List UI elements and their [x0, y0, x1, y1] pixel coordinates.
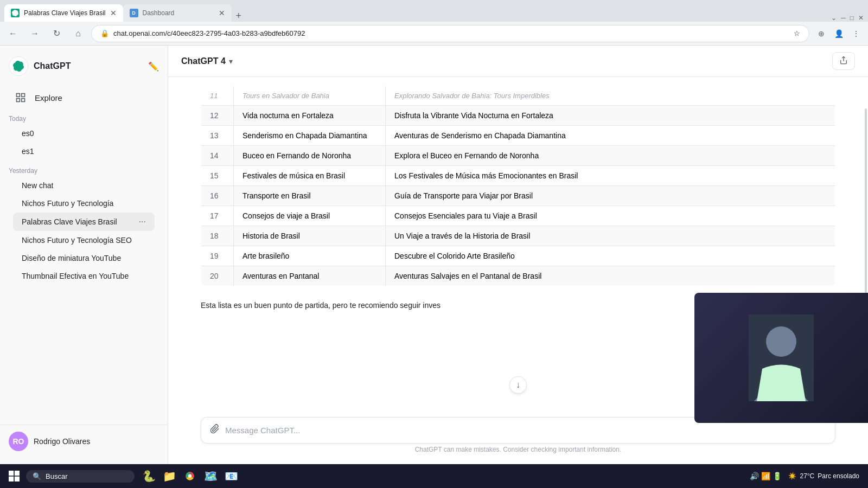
taskbar-icon-mail[interactable]: 📧	[221, 466, 241, 486]
profile-icon[interactable]: 👤	[831, 26, 846, 41]
cell-title-20: Aventuras Salvajes en el Pantanal de Bra…	[386, 266, 835, 286]
sidebar-item-miniatura[interactable]: Diseño de miniatura YouTube	[13, 249, 155, 267]
tab-dashboard-title: Dashboard	[143, 9, 214, 17]
edit-icon[interactable]: ✏️	[148, 61, 159, 72]
sys-icon-1: 🔊	[750, 472, 759, 480]
webcam-placeholder	[694, 293, 868, 423]
avatar-initials: RO	[13, 437, 24, 446]
sidebar-explore[interactable]: Explore	[4, 85, 163, 111]
message-content: Esta lista es un buen punto de partida, …	[201, 301, 441, 310]
taskbar-right: 🔊 📶 🔋 ☀️ 27°C Parc ensolado	[750, 470, 864, 482]
cell-num-17: 17	[201, 206, 234, 226]
tab-title: Palabras Clave Viajes Brasil	[24, 9, 106, 17]
share-button[interactable]	[832, 52, 855, 70]
reload-button[interactable]: ↻	[48, 25, 65, 42]
weather-widget: ☀️ 27°C Parc ensolado	[784, 470, 864, 482]
search-icon: 🔍	[33, 472, 41, 480]
weather-icon: ☀️	[788, 472, 796, 480]
cell-num-11: 11	[201, 86, 234, 106]
taskbar-icon-2[interactable]: 📁	[159, 466, 179, 486]
table-row-14: 14 Buceo en Fernando de Noronha Explora …	[201, 146, 835, 166]
back-button[interactable]: ←	[4, 25, 22, 42]
cell-title-12: Disfruta la Vibrante Vida Nocturna en Fo…	[386, 106, 835, 126]
svg-rect-2	[17, 99, 20, 102]
sidebar-item-new-chat[interactable]: New chat	[13, 177, 155, 194]
tab-bar: Palabras Clave Viajes Brasil ✕ D Dashboa…	[0, 0, 868, 22]
dashboard-favicon: D	[130, 9, 138, 17]
new-tab-button[interactable]: +	[232, 10, 246, 22]
table-row-17: 17 Consejos de viaje a Brasil Consejos E…	[201, 206, 835, 226]
scroll-down-button[interactable]: ↓	[509, 376, 527, 394]
chat-disclaimer: ChatGPT can make mistakes. Consider chec…	[201, 444, 835, 458]
tab-list-icon[interactable]: ⌄	[831, 14, 837, 22]
sidebar-item-es0[interactable]: es0	[13, 125, 155, 142]
cell-keyword-11: Tours en Salvador de Bahia	[234, 86, 386, 106]
windows-start-button[interactable]	[4, 466, 24, 486]
cell-title-18: Un Viaje a través de la Historia de Bras…	[386, 226, 835, 246]
sidebar-section-yesterday: Yesterday New chat Nichos Futuro y Tecno…	[0, 163, 168, 287]
sidebar-section-today: Today es0 es1	[0, 111, 168, 163]
home-button[interactable]: ⌂	[69, 25, 87, 42]
extensions-icon[interactable]: ⊕	[814, 26, 829, 41]
taskbar-icon-1[interactable]: 🐍	[139, 466, 158, 486]
menu-icon[interactable]: ⋮	[848, 26, 864, 41]
cell-num-14: 14	[201, 146, 234, 166]
taskbar-icon-chrome[interactable]	[180, 466, 200, 486]
keywords-table: 11 Tours en Salvador de Bahia Explorando…	[201, 86, 835, 286]
cell-title-13: Aventuras de Senderismo en Chapada Diama…	[386, 126, 835, 146]
taskbar-icon-maps[interactable]: 🗺️	[201, 466, 220, 486]
url-bar[interactable]: 🔒 chat.openai.com/c/40eec823-2795-4a03-b…	[91, 25, 809, 42]
tab-dashboard-close[interactable]: ✕	[219, 9, 225, 17]
model-selector[interactable]: ChatGPT 4 ▾	[181, 56, 233, 66]
model-name: ChatGPT 4	[181, 56, 226, 66]
item-options-icon[interactable]: ···	[139, 217, 146, 227]
table-row-18: 18 Historia de Brasil Un Viaje a través …	[201, 226, 835, 246]
sidebar-item-palabras-clave[interactable]: Palabras Clave Viajes Brasil ···	[13, 213, 155, 231]
attach-button[interactable]	[210, 424, 220, 436]
table-row-truncated: 11 Tours en Salvador de Bahia Explorando…	[201, 86, 835, 106]
table-row-19: 19 Arte brasileño Descubre el Colorido A…	[201, 246, 835, 266]
cell-keyword-13: Senderismo en Chapada Diamantina	[234, 126, 386, 146]
forward-button[interactable]: →	[26, 25, 43, 42]
sidebar-item-nichos-futuro[interactable]: Nichos Futuro y Tecnología	[13, 195, 155, 212]
svg-point-6	[766, 326, 796, 357]
cell-title-19: Descubre el Colorido Arte Brasileño	[386, 246, 835, 266]
taskbar-search[interactable]: 🔍 Buscar	[26, 470, 135, 483]
cell-num-18: 18	[201, 226, 234, 246]
cell-keyword-12: Vida nocturna en Fortaleza	[234, 106, 386, 126]
chatgpt-favicon	[11, 9, 20, 17]
cell-num-16: 16	[201, 186, 234, 206]
tab-dashboard[interactable]: D Dashboard ✕	[123, 4, 232, 22]
cell-num-13: 13	[201, 126, 234, 146]
explore-grid-icon	[13, 90, 28, 105]
table-row-16: 16 Transporte en Brasil Guía de Transpor…	[201, 186, 835, 206]
search-label: Buscar	[46, 472, 67, 480]
cell-keyword-14: Buceo en Fernando de Noronha	[234, 146, 386, 166]
sidebar-item-thumbnail[interactable]: Thumbnail Efectiva en YouTube	[13, 267, 155, 285]
sidebar-item-es1[interactable]: es1	[13, 143, 155, 160]
star-icon[interactable]: ☆	[794, 29, 800, 37]
system-tray: 🔊 📶 🔋	[750, 472, 782, 480]
sidebar-item-nichos-seo[interactable]: Nichos Futuro y Tecnología SEO	[13, 232, 155, 249]
lock-icon: 🔒	[100, 29, 109, 37]
nav-bar: ← → ↻ ⌂ 🔒 chat.openai.com/c/40eec823-279…	[0, 22, 868, 46]
minimize-icon[interactable]: ─	[841, 14, 846, 22]
cell-title-15: Los Festivales de Música más Emocionante…	[386, 166, 835, 186]
tab-close[interactable]: ✕	[110, 9, 117, 17]
yesterday-label: Yesterday	[9, 167, 159, 175]
svg-rect-1	[22, 94, 25, 97]
cell-title-17: Consejos Esenciales para tu Viaje a Bras…	[386, 206, 835, 226]
sidebar-bottom: RO Rodrigo Olivares	[0, 425, 168, 458]
cell-num-15: 15	[201, 166, 234, 186]
tab-controls: ⌄ ─ □ ✕	[831, 14, 864, 22]
table-row-20: 20 Aventuras en Pantanal Aventuras Salva…	[201, 266, 835, 286]
cell-num-20: 20	[201, 266, 234, 286]
maximize-icon[interactable]: □	[850, 14, 854, 22]
tab-active[interactable]: Palabras Clave Viajes Brasil ✕	[4, 4, 123, 22]
svg-point-8	[188, 474, 192, 478]
logo-text: ChatGPT	[34, 61, 71, 71]
close-window-icon[interactable]: ✕	[858, 14, 864, 22]
weather-temp: 27°C	[800, 472, 814, 480]
message-input[interactable]	[225, 426, 826, 435]
cell-keyword-20: Aventuras en Pantanal	[234, 266, 386, 286]
